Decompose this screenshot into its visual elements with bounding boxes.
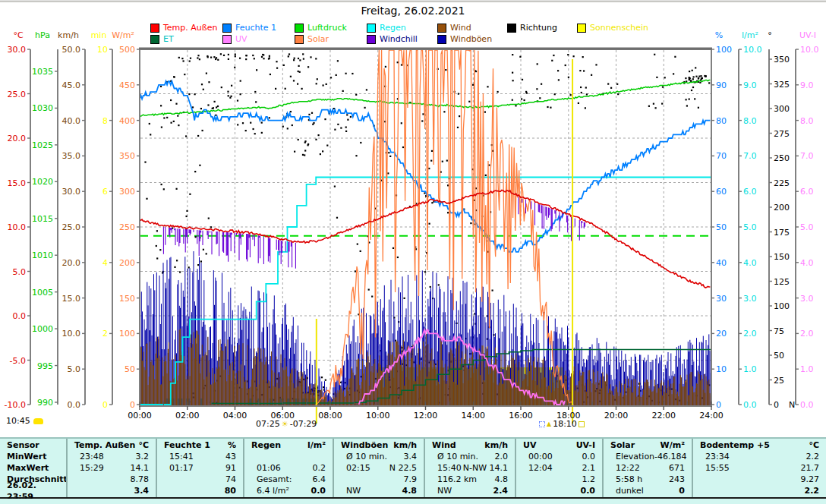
svg-text:-10.0: -10.0 [5,400,26,410]
row-label: MinWert [0,451,66,462]
stats-col-bodentemp-5: Bodentemp +5°C23:342.215:5521.79.272.2 [692,439,826,497]
row-label-text: MinWert [7,451,46,462]
sunrise-time: 07:25 [256,419,280,429]
svg-text:125: 125 [774,277,790,287]
row-label-text: MaxWert [7,462,49,474]
stats-cell: 5:58 h243 [604,474,692,485]
stats-col-uv: UVUV-I00:000.012:042.11.20.0 [515,439,602,497]
svg-text:1000: 1000 [32,324,53,334]
legend-item-windchill: Windchill [367,35,418,44]
svg-text:-5.0: -5.0 [10,356,26,366]
stats-col-header: Windböenkm/h [334,439,424,451]
stat-time: 23:34 [700,451,730,462]
svg-text:20.0: 20.0 [8,134,27,143]
svg-text:9.0: 9.0 [743,80,757,90]
legend-item-luftdruck: Luftdruck [295,24,347,33]
sensor-unit: % [228,439,236,451]
legend-label: ET [163,35,174,44]
axis-kmh: 0.05.010.015.020.025.030.035.040.045.050… [58,30,85,410]
svg-text:350: 350 [774,55,790,65]
stats-col-temp-au-en: Temp. Außen°C23:483.215:2914.18.783.4 [66,439,156,497]
svg-text:45.0: 45.0 [62,80,81,90]
sensor-unit: km/h [393,439,417,451]
stat-value: 3.4 [404,451,418,462]
svg-text:0.0: 0.0 [743,400,757,410]
svg-text:5.0: 5.0 [800,222,814,232]
stats-cell: Ø 10 min.3.4 [334,451,424,462]
legend-label: Feuchte 1 [235,24,276,33]
svg-text:04:00: 04:00 [223,411,247,421]
svg-text:1.0: 1.0 [800,364,814,374]
stat-value: 671 [669,462,685,474]
stats-col-windb-en: Windböenkm/hØ 10 min.3.402:15N 22.57.9NW… [333,439,424,497]
legend-label: Windchill [380,35,418,44]
windb-en-swatch-icon [437,35,446,44]
bottom-strip [0,499,826,504]
stats-cell: 15:5521.7 [693,462,826,474]
sensor-unit: UV-I [576,439,595,451]
svg-text:0.0: 0.0 [68,400,81,410]
svg-text:60: 60 [716,187,727,197]
stat-value: 243 [669,474,685,485]
stat-value: 2.2 [805,485,820,496]
svg-text:1030: 1030 [32,103,53,113]
legend-label: Wind [450,24,471,33]
svg-text:75: 75 [774,326,784,336]
axis-deg: 0N25507510012515017520022525027530032535… [768,30,795,410]
stats-cell: Elevation-46.184 [604,451,692,462]
stat-value: N-NW 14.1 [463,462,508,474]
solar-swatch-icon [295,35,304,44]
sunset-box-icon [539,421,545,427]
svg-text:175: 175 [774,228,790,238]
legend-label: UV [235,35,247,44]
stat-value: 3.2 [136,451,150,462]
uv-swatch-icon [222,35,232,44]
stats-col-header: Regenl/m² [244,439,333,451]
svg-text:12:00: 12:00 [414,411,438,421]
svg-text:6.0: 6.0 [743,187,757,197]
stat-value: 6.4 [313,474,326,485]
svg-text:0: 0 [774,400,779,410]
svg-text:10.0: 10.0 [62,329,81,339]
stats-cell: NW2.4 [425,485,515,496]
stat-time: 15:41 [164,451,194,462]
stats-col-header: Feuchte 1% [157,439,243,451]
stat-value: 1.2 [582,474,596,485]
svg-text:200: 200 [119,258,135,268]
stats-col-header: Bodentemp +5°C [693,439,826,451]
temp-au-en-swatch-icon [150,24,159,33]
luftdruck-swatch-icon [295,24,304,33]
regen-swatch-icon [367,24,376,33]
sunset-time: 18:10 [553,419,577,429]
stat-time: Ø 10 min. [432,451,478,462]
svg-text:250: 250 [119,222,135,232]
svg-text:400: 400 [119,116,135,126]
svg-text:100: 100 [774,301,790,311]
svg-text:225: 225 [774,178,790,188]
stats-cell: 23:483.2 [68,451,156,462]
stat-value: 21.7 [801,462,820,474]
stat-time: 23:48 [74,451,104,462]
svg-text:3.0: 3.0 [800,294,814,304]
row-label-text: Sensor [7,439,39,451]
stats-col-wind: Windkm/hØ 10 min.2.015:40N-NW 14.1116.2 … [424,439,515,497]
svg-text:6: 6 [102,187,108,197]
legend-item-uv: UV [222,35,247,44]
stat-value: 0.0 [582,451,596,462]
et-swatch-icon [150,35,159,44]
svg-text:5.0: 5.0 [68,364,81,374]
svg-text:50: 50 [774,351,784,361]
stat-value: 4.8 [402,485,418,496]
svg-text:1035: 1035 [32,67,53,77]
svg-text:300: 300 [119,187,135,197]
svg-text:1005: 1005 [32,288,53,298]
chart-canvas: -10.0-5.00.05.010.015.020.025.030.0°C990… [0,0,826,437]
legend-item-sonnenschein: Sonnenschein [577,24,648,33]
sensor-unit: km/h [484,439,508,451]
stat-time: 00:00 [523,451,553,462]
row-label: MaxWert [0,462,66,474]
svg-text:150: 150 [774,252,790,262]
svg-text:325: 325 [774,80,790,90]
stat-value: 4.8 [495,474,509,485]
svg-text:80: 80 [716,116,727,126]
